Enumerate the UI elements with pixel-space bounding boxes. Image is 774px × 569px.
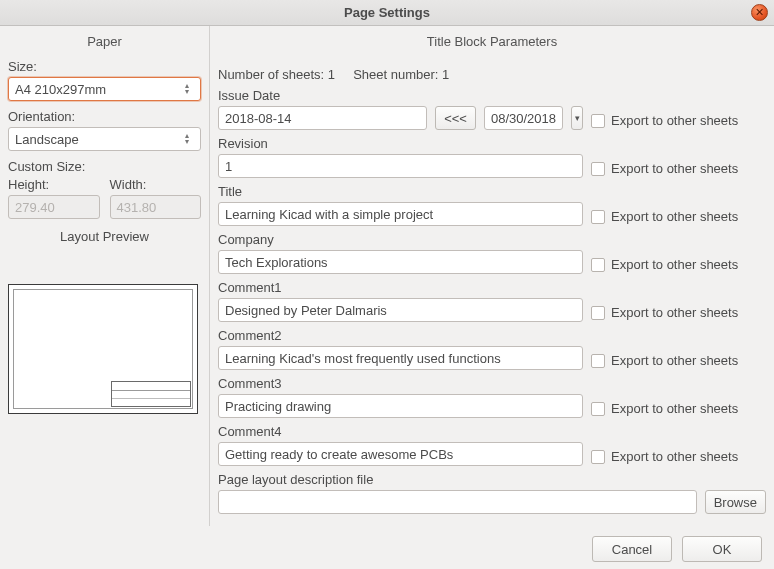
export-title-checkbox[interactable] xyxy=(591,210,605,224)
export-label: Export to other sheets xyxy=(611,257,738,272)
spin-icon: ▴▾ xyxy=(180,83,194,95)
comment2-label: Comment2 xyxy=(218,328,583,343)
export-comment4-checkbox[interactable] xyxy=(591,450,605,464)
size-value: A4 210x297mm xyxy=(15,82,106,97)
layout-file-label: Page layout description file xyxy=(218,472,766,487)
cancel-button[interactable]: Cancel xyxy=(592,536,672,562)
num-sheets: Number of sheets: 1 xyxy=(218,67,335,82)
title-input[interactable] xyxy=(218,202,583,226)
titlebar: Page Settings ✕ xyxy=(0,0,774,26)
height-value: 279.40 xyxy=(15,200,55,215)
comment3-input[interactable] xyxy=(218,394,583,418)
date-picker-value: 08/30/2018 xyxy=(491,111,556,126)
export-label: Export to other sheets xyxy=(611,305,738,320)
orientation-label: Orientation: xyxy=(8,109,201,124)
chevron-down-icon[interactable]: ▾ xyxy=(571,106,583,130)
preview-label: Layout Preview xyxy=(8,229,201,244)
ok-button[interactable]: OK xyxy=(682,536,762,562)
tbp-heading: Title Block Parameters xyxy=(218,26,766,59)
export-comment3-checkbox[interactable] xyxy=(591,402,605,416)
sheet-number: Sheet number: 1 xyxy=(353,67,449,82)
orientation-value: Landscape xyxy=(15,132,79,147)
revision-label: Revision xyxy=(218,136,583,151)
title-block-panel: Title Block Parameters Number of sheets:… xyxy=(210,26,774,526)
close-icon[interactable]: ✕ xyxy=(751,4,768,21)
company-label: Company xyxy=(218,232,583,247)
dialog-buttons: Cancel OK xyxy=(0,526,774,569)
comment1-input[interactable] xyxy=(218,298,583,322)
comment4-label: Comment4 xyxy=(218,424,583,439)
width-value: 431.80 xyxy=(117,200,157,215)
height-label: Height: xyxy=(8,177,100,192)
export-comment2-checkbox[interactable] xyxy=(591,354,605,368)
issue-date-label: Issue Date xyxy=(218,88,583,103)
custom-size-label: Custom Size: xyxy=(8,159,201,174)
width-label: Width: xyxy=(110,177,202,192)
company-input[interactable] xyxy=(218,250,583,274)
height-input: 279.40 xyxy=(8,195,100,219)
comment2-input[interactable] xyxy=(218,346,583,370)
comment1-label: Comment1 xyxy=(218,280,583,295)
export-label: Export to other sheets xyxy=(611,449,738,464)
comment3-label: Comment3 xyxy=(218,376,583,391)
title-label: Title xyxy=(218,184,583,199)
sheet-summary: Number of sheets: 1 Sheet number: 1 xyxy=(218,59,766,88)
export-label: Export to other sheets xyxy=(611,353,738,368)
preview-titleblock xyxy=(111,381,191,407)
export-company-checkbox[interactable] xyxy=(591,258,605,272)
export-revision-checkbox[interactable] xyxy=(591,162,605,176)
date-picker[interactable]: 08/30/2018 xyxy=(484,106,563,130)
layout-file-input[interactable] xyxy=(218,490,697,514)
export-label: Export to other sheets xyxy=(611,401,738,416)
export-issue-date-checkbox[interactable] xyxy=(591,114,605,128)
size-combo[interactable]: A4 210x297mm ▴▾ xyxy=(8,77,201,101)
comment4-input[interactable] xyxy=(218,442,583,466)
content: Paper Size: A4 210x297mm ▴▾ Orientation:… xyxy=(0,26,774,526)
export-comment1-checkbox[interactable] xyxy=(591,306,605,320)
date-apply-button[interactable]: <<< xyxy=(435,106,476,130)
browse-button[interactable]: Browse xyxy=(705,490,766,514)
export-label: Export to other sheets xyxy=(611,113,738,128)
layout-preview xyxy=(8,284,198,414)
size-label: Size: xyxy=(8,59,201,74)
width-input: 431.80 xyxy=(110,195,202,219)
export-label: Export to other sheets xyxy=(611,161,738,176)
window-title: Page Settings xyxy=(344,5,430,20)
revision-input[interactable] xyxy=(218,154,583,178)
spin-icon: ▴▾ xyxy=(180,133,194,145)
export-label: Export to other sheets xyxy=(611,209,738,224)
paper-panel: Paper Size: A4 210x297mm ▴▾ Orientation:… xyxy=(0,26,210,526)
paper-heading: Paper xyxy=(8,26,201,59)
issue-date-input[interactable] xyxy=(218,106,427,130)
orientation-combo[interactable]: Landscape ▴▾ xyxy=(8,127,201,151)
